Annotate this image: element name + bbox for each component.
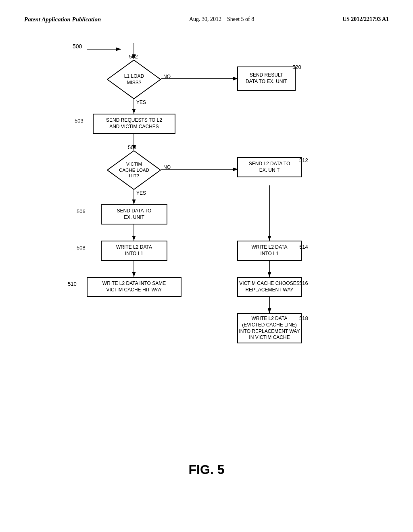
node-506: SEND DATA TO EX. UNIT [101, 204, 167, 224]
header-patent-number: US 2012/221793 A1 [342, 16, 389, 23]
header-date-sheet: Aug. 30, 2012 Sheet 5 of 8 [189, 16, 254, 23]
no-label-502: NO [163, 74, 171, 79]
header: Patent Application Publication Aug. 30, … [24, 16, 389, 23]
diagram-area: 500 L1 LOADMISS? 502 NO YES SEND RESULT … [24, 31, 389, 454]
label-508: 508 [77, 245, 86, 251]
yes-label-502: YES [136, 100, 146, 105]
node-520: SEND RESULT DATA TO EX. UNIT [237, 66, 296, 91]
label-502: 502 [129, 54, 138, 60]
node-502-text: L1 LOADMISS? [124, 73, 144, 86]
label-518: 518 [299, 315, 308, 321]
node-514: WRITE L2 DATA INTO L1 [237, 241, 302, 261]
node-503: SEND REQUESTS TO L2 AND VICTIM CACHES [93, 114, 175, 134]
label-500: 500 [73, 43, 82, 50]
node-516: VICTIM CACHE CHOOSES REPLACEMENT WAY [237, 277, 302, 297]
page: Patent Application Publication Aug. 30, … [0, 0, 413, 532]
node-504: VICTIMCACHE LOADHIT? [107, 150, 161, 190]
node-512: SEND L2 DATA TO EX. UNIT [237, 157, 302, 177]
label-512: 512 [299, 157, 308, 163]
label-503: 503 [75, 118, 83, 124]
label-510: 510 [68, 281, 77, 287]
label-506: 506 [77, 208, 86, 214]
label-514: 514 [299, 244, 308, 250]
node-510: WRITE L2 DATA INTO SAME VICTIM CACHE HIT… [87, 277, 181, 297]
flowchart-svg [24, 31, 389, 454]
label-516: 516 [299, 280, 308, 286]
node-504-text: VICTIMCACHE LOADHIT? [119, 161, 149, 179]
node-502: L1 LOADMISS? [107, 59, 161, 100]
node-508: WRITE L2 DATA INTO L1 [101, 241, 167, 261]
header-publication: Patent Application Publication [24, 16, 101, 23]
fig-caption: FIG. 5 [24, 462, 389, 477]
no-label-504: NO [163, 164, 171, 170]
label-520: 520 [292, 64, 301, 70]
yes-label-504: YES [136, 190, 146, 196]
node-518: WRITE L2 DATA (EVICTED CACHE LINE) INTO … [237, 313, 302, 343]
label-504: 504 [128, 144, 137, 150]
